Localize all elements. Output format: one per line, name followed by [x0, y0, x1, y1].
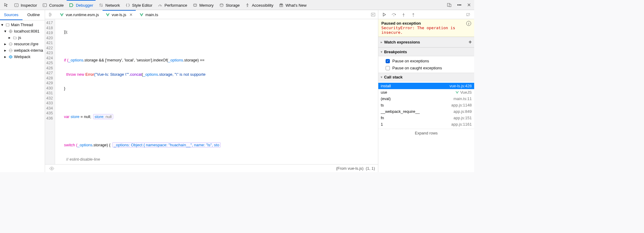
file-tab-runtime[interactable]: vue.runtime.esm.js: [57, 10, 102, 19]
close-devtools-button[interactable]: [465, 2, 473, 8]
line-number[interactable]: 420: [46, 36, 53, 41]
line-number[interactable]: 433: [46, 101, 53, 106]
tab-performance[interactable]: Performance: [155, 0, 189, 10]
tree-webpack[interactable]: ▸Webpack: [0, 54, 45, 60]
callstack-frame[interactable]: installvue-ls.js:428: [378, 83, 474, 89]
watch-section-header[interactable]: ▸Watch expressions+: [378, 37, 474, 47]
line-number[interactable]: 429: [46, 81, 53, 86]
svg-rect-9: [6, 24, 9, 26]
line-number[interactable]: 419: [46, 30, 53, 36]
line-number[interactable]: 432: [46, 96, 53, 101]
svg-point-15: [51, 168, 52, 169]
svg-point-5: [247, 4, 248, 5]
more-menu-button[interactable]: •••: [455, 2, 463, 9]
file-tab-vuels[interactable]: vue-ls.js ✕: [103, 10, 136, 19]
globe-icon: [9, 48, 13, 53]
breakpoints-section-header[interactable]: ▾Breakpoints: [378, 47, 474, 56]
folder-icon: [13, 36, 17, 40]
accessibility-icon: [245, 3, 250, 8]
line-number[interactable]: 418: [46, 26, 53, 31]
collapse-panes-button[interactable]: [46, 11, 56, 18]
watch-expression-icon[interactable]: [48, 166, 55, 171]
code-editor[interactable]: 4174184194204214224234244254264274284294…: [45, 19, 378, 164]
line-number[interactable]: 425: [46, 61, 53, 66]
tab-outline[interactable]: Outline: [23, 10, 45, 20]
pause-on-caught-checkbox[interactable]: Pause on caught exceptions: [378, 64, 474, 71]
svg-point-18: [413, 16, 414, 16]
tree-main-thread[interactable]: ▾Main Thread: [0, 22, 45, 28]
step-over-button[interactable]: [390, 11, 397, 18]
code-content: }); if (_options.storage && ['memory', '…: [55, 19, 378, 164]
info-icon[interactable]: i: [466, 21, 471, 26]
line-number[interactable]: 430: [46, 86, 53, 91]
styleeditor-icon: [125, 3, 130, 8]
pointer-icon: [4, 3, 9, 8]
responsive-mode-button[interactable]: [445, 1, 453, 9]
tree-js-folder[interactable]: ▸js: [0, 34, 45, 41]
pause-notice-title: Paused on exception: [381, 21, 464, 26]
line-number[interactable]: 423: [46, 50, 53, 56]
line-number[interactable]: 436: [46, 116, 53, 121]
tab-sources[interactable]: Sources: [0, 10, 23, 20]
callstack-frame[interactable]: __webpack_require__app.js:849: [378, 108, 474, 115]
run-to-position-button[interactable]: [368, 11, 378, 18]
tab-memory-label: Memory: [199, 3, 214, 8]
inline-hint-options: _options: Object { namespace: "huachain_…: [112, 142, 221, 148]
tab-debugger-label: Debugger: [76, 3, 93, 8]
callstack-frame[interactable]: useVueJS: [378, 89, 474, 96]
debugger-controls: [378, 10, 474, 19]
tab-whatsnew-label: What's New: [285, 3, 306, 8]
tab-styleeditor[interactable]: Style Editor: [123, 0, 155, 10]
pause-notice: Paused on exception SecurityError: The o…: [378, 19, 474, 37]
network-icon: [99, 3, 103, 8]
callstack-frame[interactable]: (eval)main.ts:11: [378, 96, 474, 102]
tab-network[interactable]: Network: [96, 0, 122, 10]
tab-memory[interactable]: Memory: [190, 0, 216, 10]
expand-rows-button[interactable]: Expand rows: [378, 129, 474, 137]
tab-console[interactable]: Console: [40, 0, 66, 10]
svg-point-1: [16, 5, 17, 5]
line-number[interactable]: 421: [46, 40, 53, 46]
console-icon: [42, 3, 47, 8]
tree-resource[interactable]: ▸resource://gre: [0, 41, 45, 47]
callstack-frame[interactable]: fnapp.js:151: [378, 115, 474, 121]
disable-breakpoints-button[interactable]: [465, 11, 472, 18]
sources-panel: Sources Outline ▾Main Thread ▾localhost:…: [0, 10, 45, 172]
file-tab-main[interactable]: main.ts: [136, 10, 161, 19]
step-in-button[interactable]: [400, 11, 407, 18]
main-content: Sources Outline ▾Main Thread ▾localhost:…: [0, 10, 474, 172]
callstack-list: installvue-ls.js:428useVueJS(eval)main.t…: [378, 82, 474, 129]
line-number[interactable]: 435: [46, 111, 53, 116]
devtools-toolbar: Inspector Console Debugger Network Style…: [0, 0, 474, 10]
resume-button[interactable]: [381, 11, 387, 18]
line-number[interactable]: 424: [46, 56, 53, 61]
tree-host[interactable]: ▾localhost:8081: [0, 28, 45, 34]
tab-debugger[interactable]: Debugger: [67, 0, 96, 10]
step-out-button[interactable]: [410, 11, 417, 18]
line-number[interactable]: 427: [46, 71, 53, 76]
tab-whatsnew[interactable]: What's New: [276, 0, 309, 10]
close-tab-button[interactable]: ✕: [129, 12, 133, 17]
tab-accessibility[interactable]: Accessibility: [243, 0, 276, 10]
add-watch-button[interactable]: +: [468, 39, 472, 45]
svg-point-17: [403, 16, 404, 16]
sources-tree: ▾Main Thread ▾localhost:8081 ▸js ▸resour…: [0, 20, 45, 61]
svg-rect-2: [43, 4, 47, 7]
line-number[interactable]: 422: [46, 46, 53, 51]
tab-storage[interactable]: Storage: [217, 0, 242, 10]
file-tabs: vue.runtime.esm.js vue-ls.js ✕ main.ts: [45, 10, 378, 19]
line-number[interactable]: 426: [46, 66, 53, 71]
pause-on-exceptions-checkbox[interactable]: ✓ Pause on exceptions: [378, 57, 474, 64]
callstack-frame[interactable]: tsapp.js:1148: [378, 102, 474, 108]
line-number[interactable]: 434: [46, 106, 53, 111]
line-number[interactable]: 417: [46, 20, 53, 26]
inspector-icon: [14, 3, 19, 8]
tree-webpack-internal[interactable]: ▸webpack-interna: [0, 47, 45, 54]
pick-element-button[interactable]: [1, 0, 11, 10]
callstack-frame[interactable]: 1app.js:1161: [378, 121, 474, 127]
line-number[interactable]: 428: [46, 76, 53, 81]
vue-icon: [60, 13, 64, 17]
line-number[interactable]: 431: [46, 91, 53, 96]
tab-inspector[interactable]: Inspector: [12, 0, 39, 10]
callstack-section-header[interactable]: ▾Call stack: [378, 73, 474, 82]
